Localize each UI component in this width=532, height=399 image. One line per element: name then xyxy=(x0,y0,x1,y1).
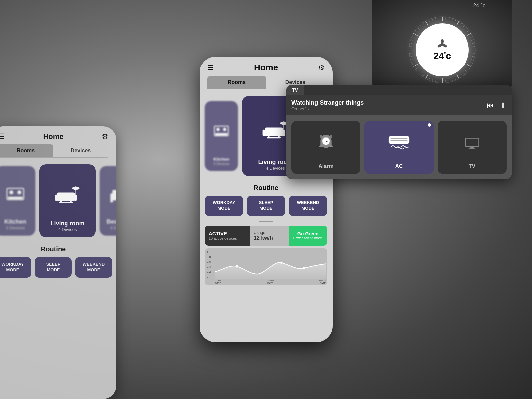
show-title: Watching Stranger things xyxy=(291,99,364,106)
svg-rect-3 xyxy=(8,197,23,199)
device-card-ac[interactable]: AC xyxy=(364,121,434,174)
tab-rooms-center[interactable]: Rooms xyxy=(207,76,266,89)
center-kitchen-icon xyxy=(213,106,230,157)
ac-indicator xyxy=(428,123,431,127)
svg-line-82 xyxy=(418,70,420,72)
svg-rect-29 xyxy=(268,136,270,138)
go-green-label: Go Green xyxy=(297,231,319,236)
chart-svg xyxy=(215,250,326,279)
center-weekend-btn[interactable]: WEEKEND MODE xyxy=(289,196,327,216)
center-header: ☰ Home ⚙ xyxy=(200,57,332,76)
svg-rect-25 xyxy=(264,132,284,136)
left-sleep-btn[interactable]: SLEEP MODE xyxy=(35,257,72,278)
svg-rect-16 xyxy=(110,200,113,202)
svg-point-38 xyxy=(303,267,305,269)
usage-value: 12 kw/h xyxy=(254,235,285,241)
center-workday-btn[interactable]: WORKDAY MODE xyxy=(205,196,243,216)
go-green-sub: Power saving mode xyxy=(293,236,323,240)
svg-line-98 xyxy=(423,23,424,25)
svg-rect-9 xyxy=(74,195,77,201)
svg-line-87 xyxy=(410,56,412,57)
tv-show-info: Watching Stranger things On netflix xyxy=(291,99,364,111)
left-workday-btn[interactable]: WORKDAY MODE xyxy=(0,257,31,278)
svg-point-5 xyxy=(72,187,79,190)
alarm-label: Alarm xyxy=(318,163,333,169)
svg-line-61 xyxy=(472,56,475,57)
svg-point-1 xyxy=(9,190,13,194)
go-green-btn[interactable]: Go Green Power saving mode xyxy=(289,226,328,246)
left-room-card-living[interactable]: Living room 4 Devices xyxy=(39,164,96,237)
center-room-card-kitchen[interactable]: Kitchen 3 Devices xyxy=(205,101,238,171)
left-room-card-bedroom[interactable]: Bedroom 4 Devices xyxy=(100,166,116,236)
date-label-0110: 01/10 DATE xyxy=(267,279,274,284)
device-card-alarm[interactable]: Alarm xyxy=(291,121,360,174)
scroll-indicator xyxy=(200,221,332,222)
svg-line-60 xyxy=(472,53,475,54)
left-tabs: Rooms Devices xyxy=(0,144,108,158)
scroll-dot xyxy=(259,221,273,222)
hamburger-icon-center[interactable]: ☰ xyxy=(207,64,214,72)
svg-rect-26 xyxy=(263,130,265,136)
left-bedroom-icon-area xyxy=(110,171,116,218)
alarm-icon-area xyxy=(318,125,334,161)
svg-line-63 xyxy=(470,62,472,63)
device-cards-row: Alarm AC xyxy=(286,115,512,179)
center-sleep-btn[interactable]: SLEEP MODE xyxy=(247,196,285,216)
thermo-top-temp: 24 °c xyxy=(473,3,485,9)
left-routine-buttons: WORKDAY MODE SLEEP MODE WEEKEND MODE xyxy=(0,257,116,278)
hamburger-icon[interactable]: ☰ xyxy=(0,132,5,141)
kitchen-icon-area xyxy=(5,171,25,218)
tab-devices-left[interactable]: Devices xyxy=(53,144,108,157)
svg-line-76 xyxy=(435,80,436,82)
left-kitchen-devices: 3 Devices xyxy=(6,225,25,230)
left-room-card-kitchen[interactable]: Kitchen 3 Devices xyxy=(0,166,35,236)
svg-line-47 xyxy=(452,18,452,21)
svg-point-41 xyxy=(441,39,444,44)
svg-line-103 xyxy=(439,17,439,20)
svg-line-69 xyxy=(457,74,459,78)
svg-line-85 xyxy=(412,62,414,63)
svg-line-88 xyxy=(409,53,412,54)
svg-rect-11 xyxy=(60,201,62,203)
status-usage-block: Usage 12 kw/h xyxy=(250,226,289,246)
kitchen-icon xyxy=(5,185,25,205)
alarm-icon-svg xyxy=(318,133,334,153)
svg-line-77 xyxy=(432,79,433,81)
svg-line-84 xyxy=(413,64,417,66)
tv-pause-btn[interactable]: ⏸ xyxy=(499,101,507,110)
svg-line-92 xyxy=(411,40,413,40)
center-kitchen-devices: 3 Devices xyxy=(213,162,229,166)
tv-tab[interactable]: TV xyxy=(286,85,304,95)
svg-rect-7 xyxy=(56,197,76,201)
svg-line-67 xyxy=(463,72,465,74)
svg-rect-112 xyxy=(390,140,407,141)
tv-icon-area xyxy=(464,125,480,161)
svg-rect-114 xyxy=(466,138,479,146)
svg-line-64 xyxy=(467,64,471,66)
svg-line-94 xyxy=(413,33,417,36)
svg-line-99 xyxy=(426,21,428,25)
svg-line-56 xyxy=(471,40,474,40)
left-living-devices: 4 Devices xyxy=(58,227,77,232)
svg-line-102 xyxy=(435,17,436,20)
svg-rect-8 xyxy=(55,195,58,201)
tv-prev-btn[interactable]: ⏮ xyxy=(487,101,494,110)
tab-rooms-left[interactable]: Rooms xyxy=(0,144,53,157)
device-card-tv[interactable]: TV xyxy=(438,121,507,174)
usage-label: Usage xyxy=(254,230,285,235)
thermo-dial-area[interactable]: 24°c xyxy=(406,13,479,86)
svg-line-50 xyxy=(460,23,462,25)
gear-icon-center[interactable]: ⚙ xyxy=(318,64,325,72)
left-weekend-btn[interactable]: WEEKEND MODE xyxy=(75,257,112,278)
svg-line-54 xyxy=(467,33,471,36)
status-active-block: ACTIVE 10 active devices xyxy=(205,226,250,246)
center-routine-buttons: WORKDAY MODE SLEEP MODE WEEKEND MODE xyxy=(200,196,332,216)
svg-line-45 xyxy=(446,17,446,20)
thermo-temp-display: 24°c xyxy=(434,50,451,62)
gear-icon-left[interactable]: ⚙ xyxy=(102,132,108,141)
center-routine-title: Routine xyxy=(200,184,332,192)
left-kitchen-name: Kitchen xyxy=(4,218,26,225)
left-bedroom-name: Bedroom xyxy=(106,218,116,225)
tv-content: Watching Stranger things On netflix ⏮ ⏸ xyxy=(286,95,512,115)
tv-controls: ⏮ ⏸ xyxy=(487,101,507,110)
